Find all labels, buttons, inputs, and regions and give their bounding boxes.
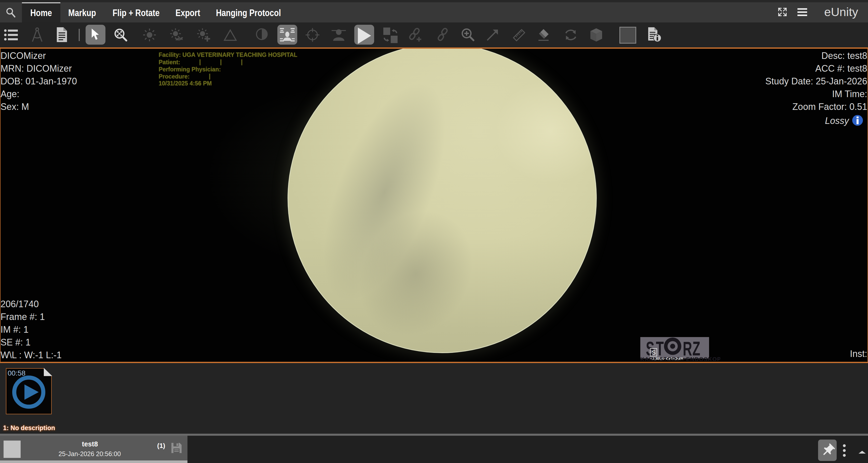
svg-text:S: S bbox=[652, 349, 656, 356]
svg-text:KARL STORZ—ENDOSKOPE: KARL STORZ—ENDOSKOPE bbox=[640, 356, 720, 361]
